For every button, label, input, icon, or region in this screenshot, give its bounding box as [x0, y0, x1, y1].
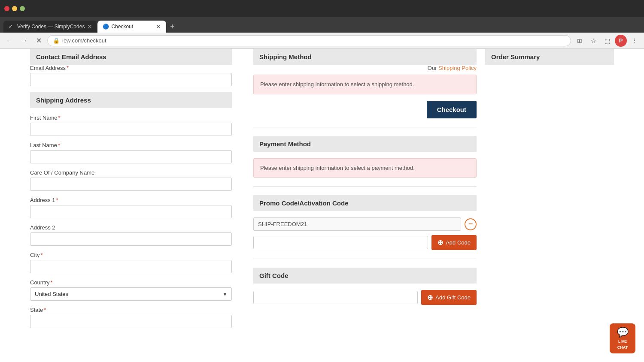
- last-name-label: Last Name*: [30, 142, 232, 148]
- care-of-form-group: Care Of / Company Name: [30, 169, 232, 191]
- live-chat-button[interactable]: 💬 LIVE CHAT: [610, 323, 635, 353]
- tab-bar: ✓ Verify Codes — SimplyCodes ✕ 🔵 Checkou…: [0, 17, 644, 33]
- shipping-alert-box: Please enter shipping information to sel…: [253, 75, 477, 94]
- promo-applied-row: SHIP-FREEDOM21 −: [253, 217, 477, 231]
- tab-favicon-1: ✓: [9, 24, 15, 30]
- browser-toolbar: ← → ✕ 🔒 iew.com/checkout ⊞ ☆ ⬚ P ⋮: [0, 33, 644, 49]
- left-column-header-area: Contact Email Address: [30, 49, 245, 65]
- address2-form-group: Address 2: [30, 224, 232, 246]
- city-form-group: City*: [30, 252, 232, 273]
- email-required: *: [67, 65, 69, 71]
- main-layout: Email Address* Shipping Address First Na…: [21, 65, 623, 343]
- add-promo-label: Add Code: [446, 239, 471, 246]
- shipping-policy-link[interactable]: Shipping Policy: [438, 65, 477, 71]
- address2-input[interactable]: [30, 232, 232, 246]
- care-of-label: Care Of / Company Name: [30, 169, 232, 176]
- live-chat-text-live: LIVE: [618, 339, 627, 344]
- add-gift-plus-icon: ⊕: [427, 293, 433, 302]
- first-name-form-group: First Name*: [30, 115, 232, 136]
- contact-email-section-header: Contact Email Address: [30, 49, 232, 65]
- column-headers: Contact Email Address Shipping Method Or…: [21, 49, 623, 65]
- shipping-policy-bar: Our Shipping Policy: [253, 65, 477, 71]
- extensions-icon[interactable]: ⬚: [601, 35, 613, 47]
- remove-promo-button[interactable]: −: [465, 218, 477, 230]
- remove-promo-icon: −: [468, 220, 473, 229]
- gift-code-section-header: Gift Code: [253, 268, 477, 284]
- address1-form-group: Address 1*: [30, 197, 232, 218]
- divider-3: [253, 259, 477, 259]
- refresh-button[interactable]: ✕: [33, 35, 45, 47]
- back-button[interactable]: ←: [3, 35, 15, 47]
- state-label: State*: [30, 307, 232, 313]
- page-content: Contact Email Address Shipping Method Or…: [0, 49, 644, 362]
- last-name-input[interactable]: [30, 150, 232, 163]
- menu-icon[interactable]: ⋮: [629, 35, 641, 47]
- left-column: Email Address* Shipping Address First Na…: [30, 65, 245, 334]
- promo-code-display: SHIP-FREEDOM21: [253, 217, 461, 231]
- checkout-btn-area: Checkout: [253, 101, 477, 118]
- last-name-form-group: Last Name*: [30, 142, 232, 163]
- live-chat-icon: 💬: [617, 327, 629, 338]
- city-required: *: [40, 252, 43, 258]
- country-required: *: [51, 279, 53, 286]
- payment-alert-text: Please enter shipping information to sel…: [260, 165, 415, 171]
- add-promo-row: ⊕ Add Code: [253, 235, 477, 250]
- state-required: *: [44, 307, 46, 313]
- city-input[interactable]: [30, 260, 232, 273]
- first-name-label: First Name*: [30, 115, 232, 121]
- browser-chrome: [0, 0, 644, 17]
- tab-title-1: Verify Codes — SimplyCodes: [17, 24, 85, 30]
- new-tab-button[interactable]: +: [166, 21, 178, 33]
- tab-close-2[interactable]: ✕: [156, 23, 161, 30]
- close-button[interactable]: [4, 6, 9, 11]
- shipping-policy-our: Our: [428, 65, 437, 71]
- tab-favicon-2: 🔵: [103, 24, 109, 30]
- gift-code-input[interactable]: [253, 291, 418, 304]
- add-promo-button[interactable]: ⊕ Add Code: [431, 235, 477, 250]
- divider-2: [253, 186, 477, 187]
- first-name-input[interactable]: [30, 123, 232, 136]
- address-bar[interactable]: 🔒 iew.com/checkout: [47, 35, 571, 46]
- address1-label: Address 1*: [30, 197, 232, 203]
- toolbar-icons: ⊞ ☆ ⬚ P ⋮: [574, 35, 641, 47]
- tab-checkout[interactable]: 🔵 Checkout ✕: [97, 21, 166, 33]
- state-input[interactable]: [30, 315, 232, 328]
- promo-section-header: Promo Code/Activation Code: [253, 195, 477, 211]
- payment-method-header: Payment Method: [253, 136, 477, 152]
- checkout-button[interactable]: Checkout: [427, 101, 477, 118]
- forward-button[interactable]: →: [18, 35, 30, 47]
- middle-column-header-area: Shipping Method: [245, 49, 485, 65]
- divider-1: [253, 127, 477, 127]
- maximize-button[interactable]: [20, 6, 25, 11]
- email-input[interactable]: [30, 73, 232, 86]
- address2-label: Address 2: [30, 224, 232, 231]
- payment-alert-box: Please enter shipping information to sel…: [253, 158, 477, 178]
- email-label: Email Address*: [30, 65, 232, 71]
- country-label: Country*: [30, 279, 232, 286]
- summary-column: [485, 65, 614, 334]
- profile-avatar[interactable]: P: [615, 35, 627, 47]
- bookmark-icon[interactable]: ☆: [587, 35, 599, 47]
- promo-code-input[interactable]: [253, 236, 428, 249]
- url-text: iew.com/checkout: [62, 37, 106, 44]
- last-name-required: *: [58, 142, 60, 148]
- live-chat-text-chat: CHAT: [617, 345, 628, 350]
- translate-icon[interactable]: ⊞: [574, 35, 586, 47]
- address1-required: *: [56, 197, 58, 203]
- tab-close-1[interactable]: ✕: [87, 23, 92, 30]
- order-summary-section-header: Order Summary: [485, 49, 614, 65]
- address1-input[interactable]: [30, 205, 232, 218]
- minimize-button[interactable]: [12, 6, 17, 11]
- country-form-group: Country* United States ▼: [30, 279, 232, 301]
- country-select-wrapper: United States ▼: [30, 287, 232, 301]
- tab-simpycodes[interactable]: ✓ Verify Codes — SimplyCodes ✕: [3, 21, 97, 33]
- traffic-lights: [4, 6, 25, 11]
- country-select[interactable]: United States: [30, 287, 232, 301]
- lock-icon: 🔒: [53, 37, 60, 44]
- state-form-group: State*: [30, 307, 232, 328]
- shipping-address-header: Shipping Address: [30, 92, 232, 108]
- add-promo-plus-icon: ⊕: [437, 238, 443, 247]
- add-gift-button[interactable]: ⊕ Add Gift Code: [421, 290, 477, 305]
- care-of-input[interactable]: [30, 178, 232, 191]
- first-name-required: *: [58, 115, 61, 121]
